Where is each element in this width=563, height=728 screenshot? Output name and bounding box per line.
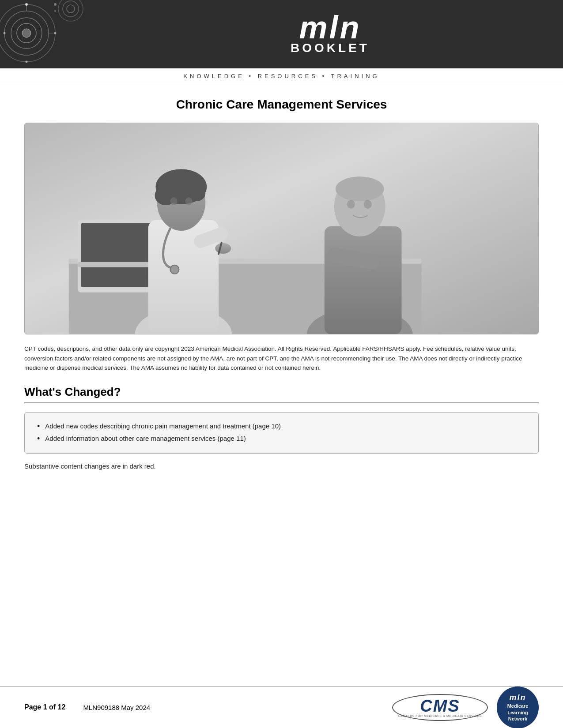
- svg-point-11: [63, 1, 79, 17]
- footer-left: Page 1 of 12: [24, 703, 65, 711]
- svg-point-14: [54, 32, 57, 34]
- svg-point-40: [347, 200, 355, 209]
- svg-point-41: [364, 200, 372, 209]
- header-decoration: [0, 0, 97, 68]
- footer-page-number: Page 1 of 12: [24, 703, 65, 711]
- page-footer: Page 1 of 12 MLN909188 May 2024 CMS CENT…: [0, 686, 563, 728]
- footer-logos: CMS CENTERS FOR MEDICARE & MEDICAID SERV…: [392, 687, 539, 728]
- mln-logo-brand: mln: [509, 693, 526, 703]
- copyright-text: CPT codes, descriptions, and other data …: [24, 344, 539, 373]
- svg-point-7: [54, 10, 56, 12]
- cms-logo-subtitle: CENTERS FOR MEDICARE & MEDICAID SERVICES: [398, 714, 482, 717]
- cover-image: [24, 123, 539, 334]
- svg-point-16: [26, 61, 28, 63]
- svg-point-34: [215, 243, 231, 254]
- tagline-text: KNOWLEDGE • RESOURCES • TRAINING: [183, 73, 379, 79]
- substantive-note: Substantive content changes are in dark …: [24, 462, 539, 470]
- footer-doc-id: MLN909188 May 2024: [83, 704, 150, 711]
- svg-point-13: [26, 4, 28, 6]
- tagline-bar: KNOWLEDGE • RESOURCES • TRAINING: [0, 68, 563, 84]
- mln-logo-line1: Medicare: [507, 703, 529, 709]
- mln-footer-logo: mln Medicare Learning Network: [497, 687, 539, 728]
- svg-point-6: [54, 3, 57, 6]
- svg-point-32: [170, 265, 179, 274]
- mln-logo-line2: Learning: [507, 709, 528, 716]
- svg-rect-37: [325, 226, 402, 334]
- changes-list: Added new codes describing chronic pain …: [37, 420, 526, 445]
- svg-point-10: [58, 0, 83, 21]
- whats-changed-heading: What's Changed?: [24, 385, 539, 403]
- list-item: Added new codes describing chronic pain …: [37, 420, 526, 433]
- mln-logo-line3: Network: [508, 716, 527, 722]
- brand-name: mln: [299, 11, 361, 43]
- footer-info: Page 1 of 12 MLN909188 May 2024: [24, 703, 150, 711]
- brand-booklet: BOOKLET: [291, 41, 370, 55]
- cms-logo: CMS CENTERS FOR MEDICARE & MEDICAID SERV…: [392, 694, 488, 721]
- page-title: Chronic Care Management Services: [24, 98, 539, 112]
- svg-point-30: [170, 197, 177, 205]
- changes-box: Added new codes describing chronic pain …: [24, 412, 539, 454]
- cms-logo-text: CMS: [420, 698, 460, 714]
- svg-point-31: [185, 197, 192, 205]
- svg-point-4: [22, 29, 31, 38]
- main-content: Chronic Care Management Services: [0, 84, 563, 470]
- svg-point-15: [4, 32, 6, 34]
- svg-point-39: [336, 176, 384, 201]
- svg-point-12: [67, 5, 75, 13]
- list-item: Added information about other care manag…: [37, 433, 526, 445]
- header-logo-area: mln BOOKLET: [97, 11, 563, 57]
- page-header: mln BOOKLET: [0, 0, 563, 68]
